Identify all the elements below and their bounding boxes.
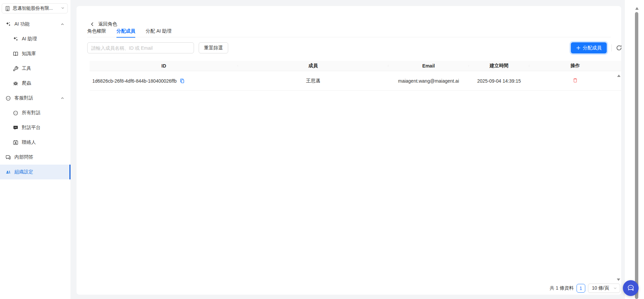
sidebar-item-tools[interactable]: 工具 — [0, 61, 70, 76]
sparkles-icon — [13, 36, 18, 42]
sidebar-item-label: 聯絡人 — [22, 139, 36, 145]
page-size-select[interactable]: 10 條/頁 — [588, 284, 620, 293]
member-id-value: 1d6826cb-26f8-4df6-844b-180400026ffb — [92, 78, 177, 84]
org-name: 思邁智能股份有限... — [13, 5, 58, 11]
assign-member-button[interactable]: 分配成員 — [571, 42, 607, 53]
window-scrollbar-thumb[interactable] — [635, 12, 638, 299]
contact-card-icon — [13, 140, 18, 145]
support-chat-button[interactable] — [623, 280, 639, 296]
team-icon — [5, 169, 11, 175]
sidebar-item-label: 內部問答 — [14, 154, 33, 160]
sidebar-item-chat-platform[interactable]: 對話平台 — [0, 120, 70, 135]
table-scroll-down-arrow[interactable] — [617, 279, 620, 281]
reset-filters-button[interactable]: 重置篩選 — [199, 42, 228, 53]
sidebar-item-label: 所有對話 — [22, 110, 41, 116]
table-row: 1d6826cb-26f8-4df6-844b-180400026ffb 王思邁… — [90, 71, 621, 91]
sparkles-icon — [5, 22, 11, 27]
sidebar-item-customer-chat[interactable]: 客服對話 — [0, 91, 70, 105]
column-header-id: ID — [90, 63, 238, 69]
tab-bar: 角色權限 分配成員 分配 AI 助理 — [87, 25, 611, 37]
column-header-actions: 操作 — [529, 63, 621, 69]
sidebar-item-label: 客服對話 — [14, 95, 33, 101]
page-size-label: 10 條/頁 — [592, 285, 609, 291]
members-table: ID 成員 Email 建立時間 操作 1d6826cb-26f8-4df6-8… — [90, 61, 621, 91]
bug-icon — [13, 81, 18, 86]
cell-member-name: 王思邁 — [238, 78, 388, 84]
sidebar-item-label: 知識庫 — [22, 51, 36, 57]
table-header-row: ID 成員 Email 建立時間 操作 — [90, 61, 621, 71]
sidebar-item-label: AI 功能 — [14, 21, 30, 27]
total-count-label: 共 1 條資料 — [550, 285, 574, 291]
sidebar-item-all-conversations[interactable]: 所有對話 — [0, 105, 70, 120]
plus-icon — [576, 46, 581, 50]
cell-actions — [529, 78, 621, 84]
column-header-created-at: 建立時間 — [469, 63, 529, 69]
main-content-card: 返回角色 角色權限 分配成員 分配 AI 助理 重置篩選 分配成員 ID 成員 … — [77, 6, 621, 295]
building-icon — [5, 6, 10, 11]
sidebar-item-ai-assistant[interactable]: AI 助理 — [0, 32, 70, 46]
tab-assign-ai-assistants[interactable]: 分配 AI 助理 — [146, 25, 171, 37]
cell-created-at: 2025-09-04 14:39:15 — [469, 78, 529, 84]
delete-member-button[interactable] — [573, 78, 578, 83]
column-header-email: Email — [388, 63, 469, 69]
chat-bubbles-icon — [5, 155, 11, 160]
copy-id-button[interactable] — [180, 78, 185, 84]
sidebar-item-internal-qa[interactable]: 內部問答 — [0, 150, 70, 165]
tab-assign-members[interactable]: 分配成員 — [116, 25, 135, 37]
window-scrollbar-track — [625, 0, 644, 299]
member-search-input[interactable] — [87, 42, 194, 53]
tab-role-permissions[interactable]: 角色權限 — [87, 25, 106, 37]
sidebar-item-contacts[interactable]: 聯絡人 — [0, 135, 70, 150]
sidebar: 思邁智能股份有限... AI 功能 AI 助理 知識庫 — [0, 0, 70, 299]
scrollbar-up-arrow[interactable] — [635, 7, 639, 10]
sidebar-item-crawler[interactable]: 爬蟲 — [0, 76, 70, 91]
chat-platform-icon — [13, 125, 18, 131]
chat-smiley-icon — [13, 110, 18, 116]
sidebar-item-label: 爬蟲 — [22, 80, 31, 86]
org-selector[interactable]: 思邁智能股份有限... — [2, 3, 68, 13]
sidebar-item-label: 對話平台 — [22, 125, 41, 131]
table-scroll-up-arrow[interactable] — [617, 75, 621, 77]
chevron-down-icon — [61, 6, 65, 11]
sidebar-item-organization-settings[interactable]: 組織設定 — [0, 165, 70, 179]
refresh-button[interactable] — [614, 43, 623, 52]
sidebar-item-label: 工具 — [22, 66, 31, 72]
sidebar-nav: AI 功能 AI 助理 知識庫 工具 — [0, 17, 70, 179]
chat-bubble-icon — [626, 284, 635, 293]
book-icon — [13, 51, 18, 57]
cell-email: maiagent.wang@maiagent.ai — [388, 78, 469, 84]
chevron-up-icon — [60, 22, 64, 26]
cell-id: 1d6826cb-26f8-4df6-844b-180400026ffb — [90, 78, 238, 84]
sidebar-item-label: AI 助理 — [22, 36, 37, 42]
toolbar-divider — [611, 44, 612, 51]
chevron-up-icon — [60, 96, 64, 100]
sidebar-item-label: 組織設定 — [14, 169, 33, 175]
assign-member-label: 分配成員 — [583, 45, 602, 51]
wrench-icon — [13, 66, 18, 72]
column-header-member: 成員 — [238, 63, 388, 69]
chat-smiley-icon — [5, 95, 11, 101]
chevron-down-icon — [613, 286, 617, 290]
pagination: 共 1 條資料 1 10 條/頁 — [550, 283, 620, 293]
sidebar-item-knowledge-base[interactable]: 知識庫 — [0, 46, 70, 61]
sidebar-item-ai-features[interactable]: AI 功能 — [0, 17, 70, 32]
page-1-button[interactable]: 1 — [577, 284, 585, 293]
